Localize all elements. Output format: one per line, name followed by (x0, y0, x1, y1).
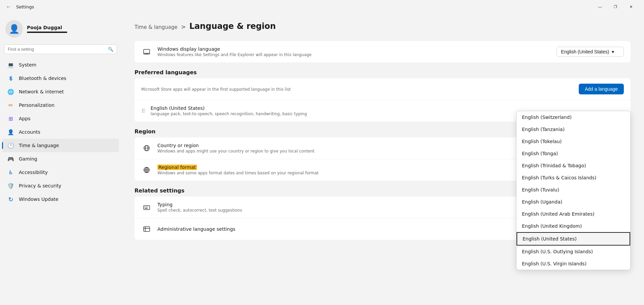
sidebar-item-label: Windows Update (19, 197, 59, 202)
maximize-button[interactable]: ❐ (608, 1, 623, 12)
time-language-icon: 🕐 (7, 142, 14, 149)
sidebar-item-label: Privacy & security (19, 183, 61, 188)
svg-rect-14 (147, 207, 148, 207)
dropdown-item-en-tz[interactable]: English (Tanzania) (517, 123, 630, 135)
regional-format-highlight: Regional format (157, 165, 197, 170)
sidebar-item-apps[interactable]: ⊞ Apps (2, 112, 119, 125)
search-icon: 🔍 (108, 47, 113, 52)
privacy-icon: 🛡️ (7, 182, 14, 189)
preferred-languages-heading: Preferred languages (135, 69, 631, 76)
sidebar-item-label: Accounts (19, 129, 40, 135)
back-button[interactable]: ← (4, 3, 13, 11)
window-controls: — ❐ ✕ (592, 1, 639, 12)
search-box[interactable]: 🔍 (4, 44, 117, 54)
sidebar-item-gaming[interactable]: 🎮 Gaming (2, 152, 119, 166)
svg-rect-16 (144, 227, 150, 231)
sidebar-item-label: Accessibility (19, 170, 48, 175)
minimize-button[interactable]: — (592, 1, 608, 12)
typing-icon (141, 202, 152, 213)
regional-format-icon (141, 165, 152, 175)
dropdown-chevron-icon: ▾ (612, 49, 614, 54)
bluetooth-icon (7, 75, 14, 82)
dropdown-item-en-to[interactable]: English (Tonga) (517, 147, 630, 160)
dropdown-item-en-ch[interactable]: English (Switzerland) (517, 111, 630, 123)
app-title: Settings (16, 4, 34, 9)
sidebar-item-label: Personalization (19, 102, 54, 108)
sidebar-item-label: Apps (19, 116, 31, 121)
display-language-desc: Windows features like Settings and File … (157, 52, 551, 57)
network-icon: 🌐 (7, 88, 14, 95)
page-title: Language & region (189, 21, 276, 31)
sidebar: 👤 Pooja Duggal 🔍 💻 System Bluetooth & de… (0, 13, 121, 305)
display-language-icon (141, 46, 152, 57)
windows-display-language-card: Windows display language Windows feature… (135, 41, 631, 62)
accessibility-icon: ♿ (7, 169, 14, 176)
dropdown-item-en-um[interactable]: English (U.S. Outlying Islands) (517, 246, 630, 258)
add-language-button[interactable]: Add a language (579, 84, 624, 94)
main-content: Time & language > Language & region Wind… (121, 13, 644, 305)
sidebar-item-personalization[interactable]: ✏️ Personalization (2, 98, 119, 112)
avatar: 👤 (5, 20, 23, 38)
display-language-value: English (United States) (561, 49, 609, 54)
dropdown-item-en-gb[interactable]: English (United Kingdom) (517, 220, 630, 232)
breadcrumb-parent: Time & language (135, 24, 178, 30)
svg-rect-12 (145, 207, 145, 207)
display-language-control: English (United States) ▾ (557, 47, 624, 57)
display-language-label: Windows display language (157, 46, 551, 52)
windows-update-icon: ↻ (7, 196, 14, 203)
sidebar-item-label: Network & internet (19, 89, 64, 94)
dropdown-item-en-tk[interactable]: English (Tokelau) (517, 135, 630, 147)
add-language-control: Add a language (579, 84, 624, 94)
sidebar-item-accounts[interactable]: 👤 Accounts (2, 125, 119, 139)
dropdown-item-en-vi[interactable]: English (U.S. Virgin Islands) (517, 258, 630, 270)
sidebar-item-label: Bluetooth & devices (19, 76, 66, 81)
display-language-dropdown[interactable]: English (United States) ▾ (557, 47, 624, 57)
svg-rect-15 (145, 208, 148, 209)
sidebar-item-time-language[interactable]: 🕐 Time & language (2, 139, 119, 152)
gaming-icon: 🎮 (7, 156, 14, 162)
personalization-icon: ✏️ (7, 102, 14, 108)
sidebar-item-label: Gaming (19, 156, 37, 162)
sidebar-item-windows-update[interactable]: ↻ Windows Update (2, 192, 119, 206)
sidebar-item-accessibility[interactable]: ♿ Accessibility (2, 166, 119, 179)
apps-icon: ⊞ (7, 115, 14, 122)
dropdown-item-en-ug[interactable]: English (Uganda) (517, 196, 630, 208)
title-bar-left: ← Settings (4, 3, 34, 11)
preferred-languages-text: Microsoft Store apps will appear in the … (141, 86, 573, 92)
sidebar-item-privacy[interactable]: 🛡️ Privacy & security (2, 179, 119, 192)
dropdown-item-en-tv[interactable]: English (Tuvalu) (517, 184, 630, 196)
user-section: 👤 Pooja Duggal (0, 16, 121, 43)
user-name-block: Pooja Duggal (27, 25, 67, 33)
country-region-icon (141, 143, 152, 154)
admin-lang-icon (141, 224, 152, 234)
user-name: Pooja Duggal (27, 25, 67, 30)
sidebar-item-network[interactable]: 🌐 Network & internet (2, 85, 119, 98)
page-title-row: Time & language > Language & region (135, 21, 631, 33)
sidebar-item-label: System (19, 62, 36, 68)
sidebar-item-bluetooth[interactable]: Bluetooth & devices (2, 72, 119, 85)
dropdown-item-en-ae[interactable]: English (United Arab Emirates) (517, 208, 630, 220)
svg-rect-2 (146, 54, 148, 54)
language-dropdown-overlay: English (Switzerland) English (Tanzania)… (516, 111, 631, 270)
dropdown-item-en-tc[interactable]: English (Turks & Caicos Islands) (517, 172, 630, 184)
preferred-languages-header-row: Microsoft Store apps will appear in the … (135, 78, 631, 100)
avatar-icon: 👤 (9, 24, 20, 34)
dropdown-item-en-tt[interactable]: English (Trinidad & Tobago) (517, 160, 630, 172)
drag-handle-icon[interactable]: ⠿ (141, 108, 145, 114)
display-language-text: Windows display language Windows feature… (157, 46, 551, 57)
title-bar: ← Settings — ❐ ✕ (0, 0, 644, 13)
sidebar-item-label: Time & language (19, 143, 59, 148)
sidebar-item-system[interactable]: 💻 System (2, 58, 119, 72)
english-us-label: English (United States) (151, 105, 624, 111)
svg-rect-11 (144, 206, 150, 210)
search-input[interactable] (8, 47, 105, 52)
dropdown-item-en-us[interactable]: English (United States) (517, 232, 630, 246)
close-button[interactable]: ✕ (623, 1, 639, 12)
display-language-row: Windows display language Windows feature… (135, 41, 631, 62)
user-bar-decoration (27, 32, 67, 33)
system-icon: 💻 (7, 61, 14, 68)
accounts-icon: 👤 (7, 129, 14, 135)
preferred-languages-desc: Microsoft Store apps will appear in the … (141, 87, 573, 92)
svg-rect-13 (146, 207, 147, 207)
app-body: 👤 Pooja Duggal 🔍 💻 System Bluetooth & de… (0, 13, 644, 305)
